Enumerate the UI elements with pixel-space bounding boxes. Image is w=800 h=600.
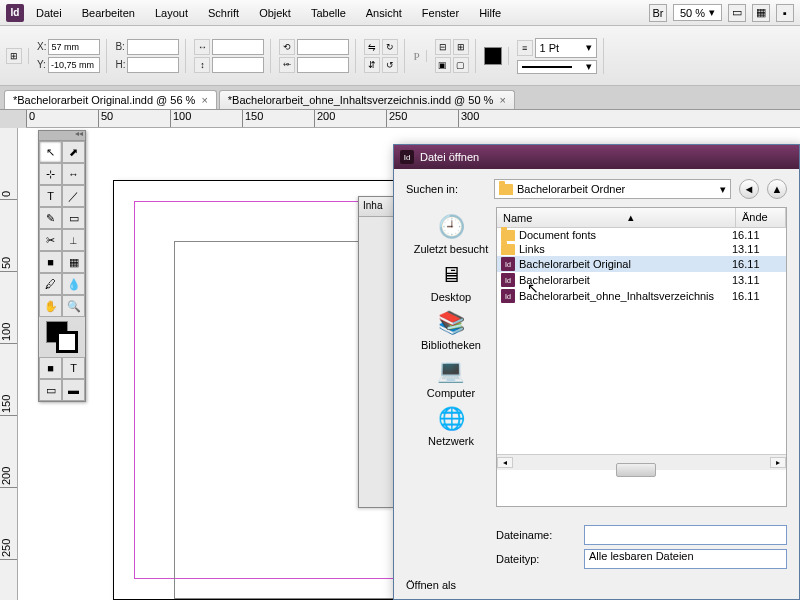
panel-title[interactable]: Inha	[359, 197, 393, 217]
file-row[interactable]: IdBachelorarbeit Original16.11	[497, 256, 786, 272]
menu-item[interactable]: Objekt	[251, 4, 299, 22]
file-row[interactable]: Links13.11	[497, 242, 786, 256]
pen-tool[interactable]: ✎	[39, 207, 62, 229]
gradient-swatch-tool[interactable]: ■	[39, 251, 62, 273]
screen-mode-icon[interactable]: ▭	[728, 4, 746, 22]
close-icon[interactable]: ×	[499, 94, 505, 106]
document-tab[interactable]: *Bachelorarbeit_ohne_Inhaltsverzeichnis.…	[219, 90, 515, 109]
app-icon: Id	[400, 150, 414, 164]
note-tool[interactable]: 🖊	[39, 273, 62, 295]
document-tabs: *Bachelorarbeit Original.indd @ 56 %× *B…	[0, 86, 800, 110]
shear-icon[interactable]: ⬰	[279, 57, 295, 73]
scrollbar-horizontal[interactable]: ◂▸	[497, 454, 786, 470]
libraries-icon: 📚	[435, 309, 467, 337]
menu-item[interactable]: Fenster	[414, 4, 467, 22]
type-tool[interactable]: T	[39, 185, 62, 207]
line-tool[interactable]: ／	[62, 185, 85, 207]
character-icon[interactable]: P	[413, 50, 419, 62]
y-label: Y:	[37, 59, 46, 70]
chevron-down-icon[interactable]: ▾	[586, 41, 592, 54]
workspace-icon[interactable]: ▪	[776, 4, 794, 22]
h-input[interactable]	[127, 57, 179, 73]
hand-tool[interactable]: ✋	[39, 295, 62, 317]
bridge-icon[interactable]: Br	[649, 4, 667, 22]
menu-item[interactable]: Schrift	[200, 4, 247, 22]
menu-item[interactable]: Bearbeiten	[74, 4, 143, 22]
filetype-label: Dateityp:	[496, 553, 576, 565]
rotate-icon[interactable]: ⟲	[279, 39, 295, 55]
open-file-dialog: Id Datei öffnen Suchen in: Bachelorarbei…	[393, 144, 800, 600]
filetype-select[interactable]: Alle lesbaren Dateien	[584, 549, 787, 569]
scale-x-icon[interactable]: ↔	[194, 39, 210, 55]
scale-y-icon[interactable]: ↕	[194, 57, 210, 73]
apply-text[interactable]: T	[62, 357, 85, 379]
w-input[interactable]	[127, 39, 179, 55]
selection-tool[interactable]: ↖	[39, 141, 62, 163]
wrap-icon[interactable]: ▣	[435, 57, 451, 73]
page-tool[interactable]: ⊹	[39, 163, 62, 185]
reference-point-icon[interactable]: ⊞	[6, 48, 22, 64]
flip-v-icon[interactable]: ⇵	[364, 57, 380, 73]
zoom-tool[interactable]: 🔍	[62, 295, 85, 317]
recent-icon: 🕘	[435, 213, 467, 241]
chevron-down-icon: ▾	[709, 6, 715, 19]
desktop-icon: 🖥	[435, 261, 467, 289]
preview-view[interactable]: ▬	[62, 379, 85, 401]
sort-icon: ▴	[628, 211, 634, 224]
rotate-cw-icon[interactable]: ↻	[382, 39, 398, 55]
align-icon[interactable]: ⊞	[453, 39, 469, 55]
gradient-tool[interactable]: ▦	[62, 251, 85, 273]
dialog-titlebar[interactable]: Id Datei öffnen	[394, 145, 799, 169]
scale-y-input[interactable]	[212, 57, 264, 73]
place-recent[interactable]: 🕘Zuletzt besucht	[412, 211, 491, 257]
fill-stroke-swatch[interactable]	[46, 321, 78, 353]
back-button[interactable]: ◄	[739, 179, 759, 199]
fill-swatch[interactable]	[484, 47, 502, 65]
open-as-label: Öffnen als	[406, 573, 787, 597]
wrap-icon[interactable]: ▢	[453, 57, 469, 73]
shear-input[interactable]	[297, 57, 349, 73]
w-label: B:	[115, 41, 124, 52]
place-libraries[interactable]: 📚Bibliotheken	[419, 307, 483, 353]
free-transform-tool[interactable]: ⟂	[62, 229, 85, 251]
column-headers[interactable]: Name▴ Ände	[497, 208, 786, 228]
up-button[interactable]: ▲	[767, 179, 787, 199]
file-row[interactable]: IdBachelorarbeit_ohne_Inhaltsverzeichnis…	[497, 288, 786, 304]
menu-item[interactable]: Tabelle	[303, 4, 354, 22]
scale-x-input[interactable]	[212, 39, 264, 55]
panel-collapse[interactable]	[39, 131, 85, 141]
place-computer[interactable]: 💻Computer	[425, 355, 477, 401]
places-sidebar: 🕘Zuletzt besucht 🖥Desktop 📚Bibliotheken …	[406, 207, 496, 507]
folder-select[interactable]: Bachelorarbeit Ordner ▾	[494, 179, 731, 199]
menu-item[interactable]: Hilfe	[471, 4, 509, 22]
file-row[interactable]: IdBachelorarbeit13.11	[497, 272, 786, 288]
normal-view[interactable]: ▭	[39, 379, 62, 401]
eyedropper-tool[interactable]: 💧	[62, 273, 85, 295]
document-tab[interactable]: *Bachelorarbeit Original.indd @ 56 %×	[4, 90, 217, 109]
menu-item[interactable]: Layout	[147, 4, 196, 22]
menu-item[interactable]: Ansicht	[358, 4, 410, 22]
gap-tool[interactable]: ↔	[62, 163, 85, 185]
zoom-select[interactable]: 50 %▾	[673, 4, 722, 21]
rotate-input[interactable]	[297, 39, 349, 55]
chevron-down-icon: ▾	[720, 183, 726, 196]
y-input[interactable]	[48, 57, 100, 73]
apply-color[interactable]: ■	[39, 357, 62, 379]
menu-item[interactable]: Datei	[28, 4, 70, 22]
flip-h-icon[interactable]: ⇋	[364, 39, 380, 55]
scissors-tool[interactable]: ✂	[39, 229, 62, 251]
close-icon[interactable]: ×	[201, 94, 207, 106]
ruler-vertical: 050100150200250	[0, 128, 18, 600]
rotate-ccw-icon[interactable]: ↺	[382, 57, 398, 73]
arrange-icon[interactable]: ▦	[752, 4, 770, 22]
place-desktop[interactable]: 🖥Desktop	[429, 259, 473, 305]
filename-input[interactable]	[584, 525, 787, 545]
stroke-style-select[interactable]: ▾	[517, 60, 597, 74]
place-network[interactable]: 🌐Netzwerk	[426, 403, 476, 449]
x-input[interactable]	[48, 39, 100, 55]
stroke-weight-value: 1 Pt	[540, 42, 560, 54]
file-row[interactable]: Document fonts16.11	[497, 228, 786, 242]
direct-selection-tool[interactable]: ⬈	[62, 141, 85, 163]
rectangle-tool[interactable]: ▭	[62, 207, 85, 229]
align-icon[interactable]: ⊟	[435, 39, 451, 55]
